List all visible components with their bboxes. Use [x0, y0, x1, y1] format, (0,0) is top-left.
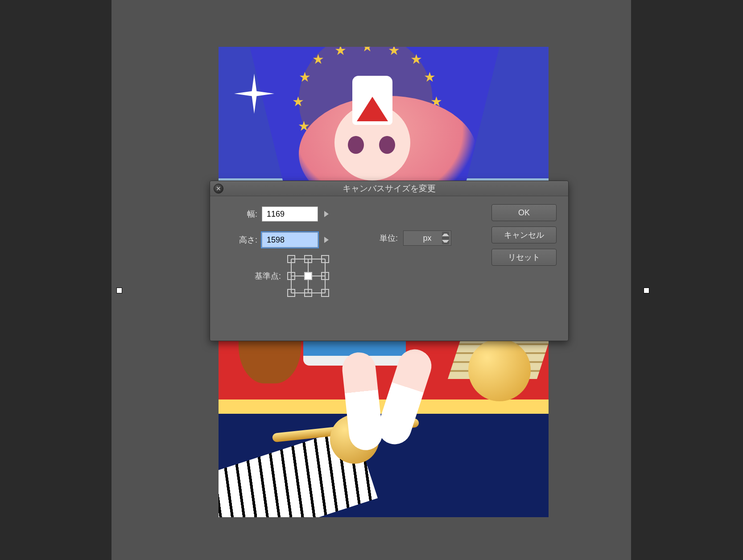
- width-menu-icon[interactable]: [324, 211, 329, 217]
- transform-handle-left[interactable]: [116, 288, 122, 293]
- width-input[interactable]: [262, 206, 318, 222]
- height-label: 高さ:: [221, 235, 262, 245]
- unit-label: 単位:: [380, 233, 398, 243]
- unit-select[interactable]: px: [403, 231, 451, 246]
- height-input[interactable]: [262, 232, 318, 247]
- height-menu-icon[interactable]: [324, 237, 329, 243]
- anchor-top-left[interactable]: [287, 255, 295, 263]
- width-label: 幅:: [221, 209, 262, 219]
- dialog-titlebar[interactable]: ✕ キャンバスサイズを変更: [210, 181, 568, 196]
- anchor-middle-left[interactable]: [287, 272, 295, 280]
- close-icon[interactable]: ✕: [214, 184, 223, 194]
- reset-button[interactable]: リセット: [491, 249, 557, 266]
- chevron-up-icon: [442, 234, 449, 236]
- transform-handle-right[interactable]: [644, 288, 649, 293]
- cancel-button[interactable]: キャンセル: [491, 226, 557, 243]
- canvas-size-dialog: ✕ キャンバスサイズを変更 幅: 高さ: 単位: px 基準点:: [210, 181, 569, 341]
- chevron-down-icon: [442, 240, 449, 243]
- unit-stepper[interactable]: [442, 232, 449, 244]
- dialog-title: キャンバスサイズを変更: [343, 184, 436, 193]
- anchor-label: 基準点:: [255, 271, 281, 281]
- anchor-middle-center[interactable]: [304, 272, 312, 280]
- anchor-top-right[interactable]: [321, 255, 329, 263]
- anchor-top-center[interactable]: [304, 255, 312, 263]
- ok-button[interactable]: OK: [491, 204, 557, 221]
- unit-value: px: [423, 234, 432, 243]
- anchor-bottom-center[interactable]: [304, 289, 312, 297]
- anchor-bottom-right[interactable]: [321, 289, 329, 297]
- anchor-middle-right[interactable]: [321, 272, 329, 280]
- anchor-grid: [287, 255, 329, 297]
- anchor-bottom-left[interactable]: [287, 289, 295, 297]
